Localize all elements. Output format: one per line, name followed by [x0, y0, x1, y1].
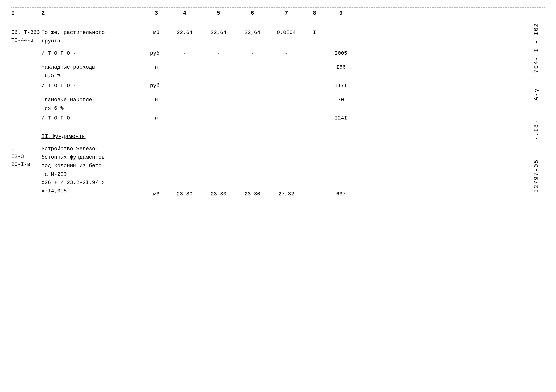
page-container: I 2 3 4 5 6 7 8 9 I6. Т-363 ТО-44-в То ж…: [11, 8, 545, 198]
val7-t363: 0,0I64: [269, 28, 303, 37]
itogo3-unit: н: [145, 114, 168, 123]
planovye-unit: н: [145, 96, 168, 104]
itogo3-val9: I24I: [326, 114, 356, 123]
code-i2-3-num: I.: [11, 145, 41, 153]
sidebar-text-bot: ·.I8·: [533, 119, 540, 141]
itogo1-label: И Т О Г О -: [41, 49, 145, 58]
itogo-row-3: И Т О Г О - н I24I: [11, 114, 528, 123]
desc-line1: То же, растительного: [41, 28, 143, 37]
col-header-6: 6: [235, 10, 269, 16]
desc-line2: грунта: [41, 37, 143, 45]
col-header-1: I: [11, 10, 41, 16]
column-headers: I 2 3 4 5 6 7 8 9: [11, 10, 545, 18]
code-t363: I6. Т-363 ТО-44-в: [11, 28, 41, 44]
code-i2-3-b: 20-I-в: [11, 161, 41, 168]
col-header-5: 5: [201, 10, 235, 16]
itogo1-val7: -: [269, 49, 303, 58]
desc-i2-3-l5: с26 + / 23,2-2I,9/ х: [41, 179, 143, 187]
section2-title-row: II.Фундаменты: [11, 132, 528, 141]
desc-i2-3: Устройство железо- бетонных фундаментов …: [41, 145, 145, 196]
val8-i2-3: [303, 145, 326, 190]
val9-i2-3: 637: [326, 145, 356, 198]
itogo3-label: И Т О Г О -: [41, 114, 145, 123]
content-wrapper: I6. Т-363 ТО-44-в То же, растительного г…: [11, 23, 545, 198]
unit-i2-3: м3: [145, 145, 168, 198]
itogo2-label: И Т О Г О -: [41, 82, 145, 90]
val4-t363: 22,64: [168, 28, 201, 37]
right-sidebar: 704- I - I02 А-у ·.I8· I2797-05: [528, 23, 545, 198]
nakladnye-val9: I66: [326, 63, 356, 72]
itogo2-unit: руб.: [145, 82, 168, 90]
nakladnye-line1: Накладные расходы: [41, 63, 143, 72]
desc-t363: То же, растительного грунта: [41, 28, 145, 45]
sidebar-text-top: 704- I - I02: [533, 23, 540, 73]
planovye-line2: ния 6 %: [41, 104, 143, 113]
col-header-3: 3: [145, 10, 168, 16]
itogo1-val4: -: [168, 49, 201, 58]
unit-t363: м3: [145, 28, 168, 37]
sidebar-text-mid: А-у: [533, 88, 540, 101]
itogo2-val9: II7I: [326, 82, 356, 90]
itogo-row-1: И Т О Г О - руб. - - - - I005: [11, 49, 528, 58]
code-i2-3: I. I2-3 20-I-в: [11, 145, 41, 168]
planovye-line1: Плановые накопле-: [41, 96, 143, 104]
col-header-9: 9: [326, 10, 356, 16]
planovye-desc: Плановые накопле- ния 6 %: [41, 96, 145, 113]
planovye-val9: 70: [326, 96, 356, 104]
row-i2-3: I. I2-3 20-I-в Устройство железо- бетонн…: [11, 145, 528, 198]
section2-title-text: II.Фундаменты: [41, 133, 85, 140]
val7-i2-3: 27,32: [269, 145, 303, 198]
desc-i2-3-l3: под колонны из бето-: [41, 162, 143, 170]
section2-title: II.Фундаменты: [41, 132, 145, 141]
nakladnye-desc: Накладные расходы I6,5 %: [41, 63, 145, 80]
desc-i2-3-l1: Устройство железо-: [41, 145, 143, 153]
nakladnye-row: Накладные расходы I6,5 % н I66: [11, 63, 528, 80]
top-border: [11, 8, 545, 8]
val6-t363: 22,64: [235, 28, 269, 37]
col-header-8: 8: [303, 10, 326, 16]
code-i2-3-a: I2-3: [11, 153, 41, 161]
desc-i2-3-l2: бетонных фундаментов: [41, 153, 143, 162]
code-line1: I6. Т-363: [11, 28, 41, 36]
val4-i2-3: 23,30: [168, 145, 201, 198]
nakladnye-unit: н: [145, 63, 168, 72]
itogo1-unit: руб.: [145, 49, 168, 58]
col-header-7: 7: [269, 10, 303, 16]
desc-i2-3-l4: на М-200: [41, 170, 143, 179]
itogo1-val9: I005: [326, 49, 356, 58]
itogo1-val5: -: [201, 49, 235, 58]
val5-i2-3: 23,30: [201, 145, 235, 198]
val8-t363: I: [303, 28, 326, 37]
row-t363: I6. Т-363 ТО-44-в То же, растительного г…: [11, 28, 528, 45]
left-content: I6. Т-363 ТО-44-в То же, растительного г…: [11, 23, 528, 198]
code-line2: ТО-44-в: [11, 36, 41, 44]
nakladnye-line2: I6,5 %: [41, 72, 143, 80]
sidebar-text-bottom2: I2797-05: [533, 159, 540, 193]
desc-i2-3-l6: х·I4,0I5: [41, 187, 143, 196]
val5-t363: 22,64: [201, 28, 235, 37]
planovye-row: Плановые накопле- ния 6 % н 70: [11, 96, 528, 113]
val6-i2-3: 23,30: [235, 145, 269, 198]
itogo1-val6: -: [235, 49, 269, 58]
itogo-row-2: И Т О Г О - руб. II7I: [11, 82, 528, 90]
col-header-2: 2: [41, 10, 145, 16]
col-header-4: 4: [168, 10, 201, 16]
